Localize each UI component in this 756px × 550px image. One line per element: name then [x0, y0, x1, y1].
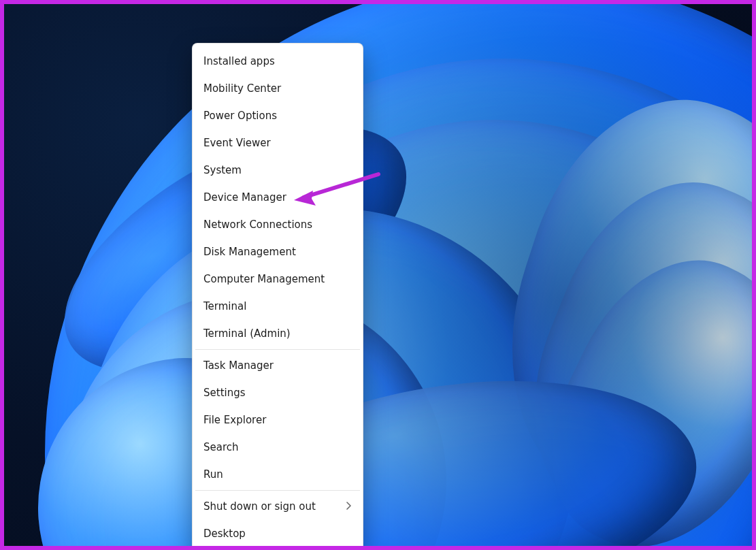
menu-item-label: Settings: [203, 387, 246, 399]
menu-item-label: Computer Management: [203, 273, 325, 285]
menu-item-file-explorer[interactable]: File Explorer: [194, 406, 361, 434]
menu-item-label: File Explorer: [203, 414, 266, 426]
menu-item-terminal[interactable]: Terminal: [194, 293, 361, 320]
menu-item-installed-apps[interactable]: Installed apps: [194, 48, 361, 75]
menu-item-label: Shut down or sign out: [203, 500, 316, 513]
desktop-wallpaper: [4, 4, 752, 546]
menu-item-label: Search: [203, 441, 239, 453]
chevron-right-icon: [346, 502, 352, 511]
menu-item-label: Terminal: [203, 300, 246, 312]
menu-item-label: Event Viewer: [203, 137, 271, 149]
menu-item-label: System: [203, 164, 242, 176]
menu-item-computer-management[interactable]: Computer Management: [194, 265, 361, 293]
menu-item-label: Device Manager: [203, 191, 286, 204]
menu-item-search[interactable]: Search: [194, 434, 361, 461]
winx-context-menu[interactable]: Installed apps Mobility Center Power Opt…: [192, 43, 363, 550]
menu-item-device-manager[interactable]: Device Manager: [194, 184, 361, 211]
menu-item-power-options[interactable]: Power Options: [194, 102, 361, 129]
menu-item-label: Installed apps: [203, 55, 275, 67]
menu-item-desktop[interactable]: Desktop: [194, 520, 361, 547]
menu-item-run[interactable]: Run: [194, 461, 361, 488]
menu-item-mobility-center[interactable]: Mobility Center: [194, 75, 361, 102]
menu-item-system[interactable]: System: [194, 157, 361, 184]
menu-item-label: Disk Management: [203, 246, 296, 258]
menu-item-settings[interactable]: Settings: [194, 379, 361, 406]
menu-item-label: Terminal (Admin): [203, 327, 291, 340]
menu-item-label: Task Manager: [203, 359, 274, 372]
menu-item-label: Mobility Center: [203, 82, 281, 95]
menu-item-event-viewer[interactable]: Event Viewer: [194, 129, 361, 157]
menu-item-network-connections[interactable]: Network Connections: [194, 211, 361, 238]
menu-separator: [195, 349, 360, 350]
menu-item-terminal-admin[interactable]: Terminal (Admin): [194, 320, 361, 347]
menu-item-disk-management[interactable]: Disk Management: [194, 238, 361, 265]
screenshot-frame: Installed apps Mobility Center Power Opt…: [0, 0, 756, 550]
menu-item-label: Network Connections: [203, 219, 312, 231]
menu-separator: [195, 490, 360, 491]
menu-item-label: Power Options: [203, 110, 277, 122]
menu-item-label: Desktop: [203, 528, 246, 540]
menu-item-shut-down-or-sign-out[interactable]: Shut down or sign out: [194, 493, 361, 520]
menu-item-task-manager[interactable]: Task Manager: [194, 352, 361, 379]
menu-item-label: Run: [203, 468, 223, 481]
